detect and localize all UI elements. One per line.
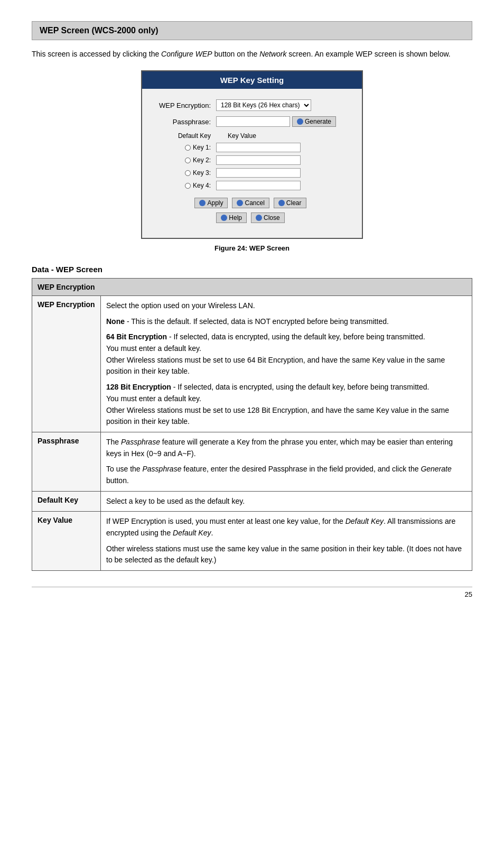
key-4-radio[interactable] [185,183,191,189]
page-number: 25 [32,587,472,598]
wep-encryption-select[interactable]: 128 Bit Keys (26 Hex chars) 64 Bit Keys … [216,99,311,111]
key-2-label: Key 2: [153,156,211,164]
passphrase-label: Passphrase: [153,118,211,126]
generate-button-label: Generate [305,118,331,125]
data-table: WEP Encryption WEP Encryption Select the… [32,278,472,571]
key-3-row: Key 3: [153,168,346,178]
wep-panel-title: WEP Key Setting [142,71,362,89]
table-row: WEP Encryption Select the option used on… [32,296,472,432]
intro-text-2: button on the [212,50,260,58]
passphrase-p2: To use the Passphrase feature, enter the… [106,464,466,486]
key-3-radio[interactable] [185,170,191,176]
default-key-p1: Select a key to be used as the default k… [106,496,466,507]
buttons-row-2: Help Close [153,212,346,223]
cancel-icon [237,200,243,206]
table-row: Default Key Select a key to be used as t… [32,491,472,512]
wep-encryption-row-content: Select the option used on your Wireless … [101,296,472,432]
default-key-row-content: Select a key to be used as the default k… [101,491,472,512]
key-2-row: Key 2: [153,155,346,165]
key-value-row-label: Key Value [32,512,101,571]
section-heading: WEP Screen (WCS-2000 only) [32,21,472,40]
intro-text-1: This screen is accessed by clicking the [32,50,161,58]
table-row: Passphrase The Passphrase feature will g… [32,432,472,491]
key-4-label: Key 4: [153,182,211,189]
close-icon [256,215,262,221]
data-section-title: Data - WEP Screen [32,265,472,274]
table-section-header: WEP Encryption [32,279,472,296]
table-header-row: WEP Encryption [32,279,472,296]
default-key-header-label: Default Key [153,132,211,140]
help-button[interactable]: Help [216,212,247,223]
apply-button[interactable]: Apply [194,198,228,208]
close-button[interactable]: Close [251,212,285,223]
wep-panel-wrapper: WEP Key Setting WEP Encryption: 128 Bit … [32,70,472,239]
clear-icon [278,200,285,206]
passphrase-p1: The Passphrase feature will generate a K… [106,437,466,459]
close-button-label: Close [264,214,280,221]
wep-enc-p3: 64 Bit Encryption - If selected, data is… [106,331,466,377]
passphrase-row-content: The Passphrase feature will generate a K… [101,432,472,491]
buttons-row-1: Apply Cancel Clear [153,198,346,208]
clear-button-label: Clear [286,199,302,207]
apply-button-label: Apply [207,199,223,207]
passphrase-row-label: Passphrase [32,432,101,491]
wep-panel: WEP Key Setting WEP Encryption: 128 Bit … [141,70,363,239]
cancel-button[interactable]: Cancel [232,198,269,208]
intro-paragraph: This screen is accessed by clicking the … [32,49,472,60]
key-value-p2: Other wireless stations must use the sam… [106,543,466,566]
passphrase-row: Passphrase: Generate [153,116,346,127]
intro-text-3: screen. An example WEP screen is shown b… [286,50,450,58]
clear-button[interactable]: Clear [274,198,306,208]
passphrase-input[interactable] [216,116,290,127]
key-value-header-label: Key Value [228,132,256,140]
wep-enc-p4: 128 Bit Encryption - If selected, data i… [106,382,466,428]
wep-enc-p1: Select the option used on your Wireless … [106,300,466,312]
figure-caption: Figure 24: WEP Screen [32,244,472,252]
wep-enc-p2: None - This is the default. If selected,… [106,316,466,328]
wep-encryption-row-label: WEP Encryption [32,296,101,432]
table-row: Key Value If WEP Encryption is used, you… [32,512,472,571]
key-3-input[interactable] [216,168,301,178]
key-1-label: Key 1: [153,144,211,151]
default-key-row-label: Default Key [32,491,101,512]
key-3-label: Key 3: [153,169,211,177]
key-4-input[interactable] [216,181,301,190]
key-value-row-content: If WEP Encryption is used, you must ente… [101,512,472,571]
key-2-input[interactable] [216,155,301,165]
wep-encryption-label: WEP Encryption: [153,101,211,109]
cancel-button-label: Cancel [245,199,264,207]
generate-icon [297,118,303,125]
wep-encryption-row: WEP Encryption: 128 Bit Keys (26 Hex cha… [153,99,346,111]
key-1-radio[interactable] [185,145,191,151]
key-1-row: Key 1: [153,143,346,152]
key-2-radio[interactable] [185,158,191,163]
help-icon [221,215,227,221]
apply-icon [199,200,206,206]
key-1-input[interactable] [216,143,301,152]
intro-italic-1: Configure WEP [161,50,212,58]
help-button-label: Help [229,214,242,221]
intro-italic-2: Network [259,50,286,58]
wep-panel-body: WEP Encryption: 128 Bit Keys (26 Hex cha… [142,89,362,238]
key-header-row: Default Key Key Value [153,132,346,140]
generate-button[interactable]: Generate [292,116,336,127]
key-4-row: Key 4: [153,181,346,190]
key-value-p1: If WEP Encryption is used, you must ente… [106,516,466,539]
